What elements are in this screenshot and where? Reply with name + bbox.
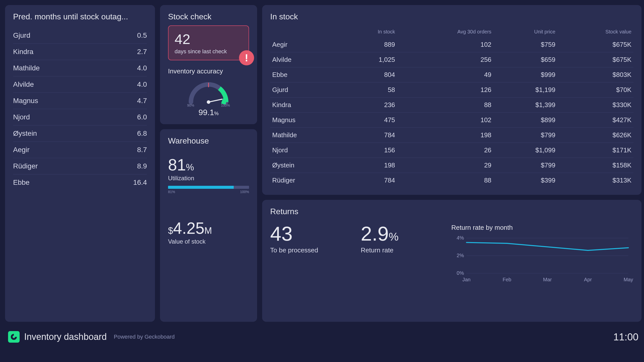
table-row: Aegir889102$759$675K xyxy=(270,37,633,52)
list-item: Gjurd0.5 xyxy=(13,27,147,44)
pred-outage-title: Pred. months until stock outag... xyxy=(13,12,147,21)
list-item: Mathilde4.0 xyxy=(13,60,147,76)
warehouse-title: Warehouse xyxy=(168,136,249,146)
return-rate-chart: Return rate by month 0%2%4%JanFebMarAprM… xyxy=(451,224,633,284)
accuracy-title: Inventory accuracy xyxy=(168,67,249,75)
stock-check-card: Stock check 42 days since last check ! I… xyxy=(160,5,257,124)
days-since-check-label: days since last check xyxy=(175,48,243,55)
table-row: Gjurd58126$1,199$70K xyxy=(270,82,633,98)
stock-check-alert: 42 days since last check ! xyxy=(168,25,249,60)
util-bar-right: 100% xyxy=(240,190,249,194)
value-of-stock: $4.25M Value of stock xyxy=(168,219,249,245)
dashboard-title: Inventory dashboard xyxy=(24,332,107,342)
accuracy-gauge: 90% 100% 99.1% xyxy=(168,78,249,117)
util-bar-left: 81% xyxy=(168,190,175,194)
warehouse-card: Warehouse 81% Utilization 81% 100% $4.25… xyxy=(160,129,257,322)
returns-rate: 2.9% Return rate xyxy=(361,224,446,254)
svg-text:Apr: Apr xyxy=(584,277,592,282)
pred-outage-card: Pred. months until stock outag... Gjurd0… xyxy=(5,5,155,322)
accuracy-value: 99.1% xyxy=(198,108,219,117)
returns-to-process: 43 To be processed xyxy=(270,224,356,254)
utilization-value: 81% xyxy=(168,156,249,174)
svg-text:Jan: Jan xyxy=(462,277,470,282)
table-header: In stock xyxy=(343,26,397,37)
svg-text:May: May xyxy=(624,277,633,282)
svg-text:2%: 2% xyxy=(457,253,464,258)
gauge-min-label: 90% xyxy=(187,103,194,107)
stock-check-title: Stock check xyxy=(168,12,249,21)
table-row: Magnus475102$899$427K xyxy=(270,113,633,128)
value-of-stock-label: Value of stock xyxy=(168,238,249,245)
svg-text:Mar: Mar xyxy=(543,277,552,282)
svg-line-1 xyxy=(209,99,222,102)
in-stock-title: In stock xyxy=(270,12,633,21)
days-since-check: 42 xyxy=(175,31,243,47)
table-row: Kindra23688$1,399$330K xyxy=(270,98,633,113)
table-row: Ebbe80449$999$803K xyxy=(270,67,633,82)
list-item: Rüdiger8.9 xyxy=(13,158,147,174)
list-item: Magnus4.7 xyxy=(13,93,147,109)
footer: Inventory dashboard Powered by Geckoboar… xyxy=(5,327,641,352)
geckoboard-logo-icon xyxy=(8,331,20,343)
table-header: Unit price xyxy=(493,26,557,37)
table-row: Njord15626$1,099$171K xyxy=(270,143,633,158)
table-row: Øystein19829$799$158K xyxy=(270,158,633,173)
svg-text:0%: 0% xyxy=(457,270,464,276)
alert-icon: ! xyxy=(239,50,254,65)
list-item: Ebbe16.4 xyxy=(13,174,147,191)
list-item: Alvilde4.0 xyxy=(13,76,147,93)
gauge-max-label: 100% xyxy=(221,103,230,107)
list-item: Njord6.0 xyxy=(13,109,147,125)
table-header xyxy=(270,26,343,37)
svg-text:4%: 4% xyxy=(457,236,464,241)
utilization-label: Utilization xyxy=(168,175,249,182)
utilization-bar: 81% 100% xyxy=(168,186,249,194)
returns-title: Returns xyxy=(270,207,633,216)
table-header: Stock value xyxy=(557,26,633,37)
list-item: Øystein6.8 xyxy=(13,125,147,142)
svg-text:Feb: Feb xyxy=(503,277,511,282)
table-row: Rüdiger78488$399$313K xyxy=(270,173,633,188)
table-header: Avg 30d orders xyxy=(397,26,493,37)
list-item: Aegir8.7 xyxy=(13,142,147,158)
in-stock-table: In stockAvg 30d ordersUnit priceStock va… xyxy=(270,26,633,188)
list-item: Kindra2.7 xyxy=(13,44,147,60)
clock: 11:00 xyxy=(613,331,638,343)
table-row: Alvilde1,025256$659$675K xyxy=(270,52,633,67)
powered-by: Powered by Geckoboard xyxy=(114,334,175,340)
pred-outage-list: Gjurd0.5Kindra2.7Mathilde4.0Alvilde4.0Ma… xyxy=(13,27,147,191)
table-row: Mathilde784198$799$626K xyxy=(270,128,633,143)
in-stock-card: In stock In stockAvg 30d ordersUnit pric… xyxy=(262,5,641,195)
returns-card: Returns 43 To be processed 2.9% Return r… xyxy=(262,200,641,322)
